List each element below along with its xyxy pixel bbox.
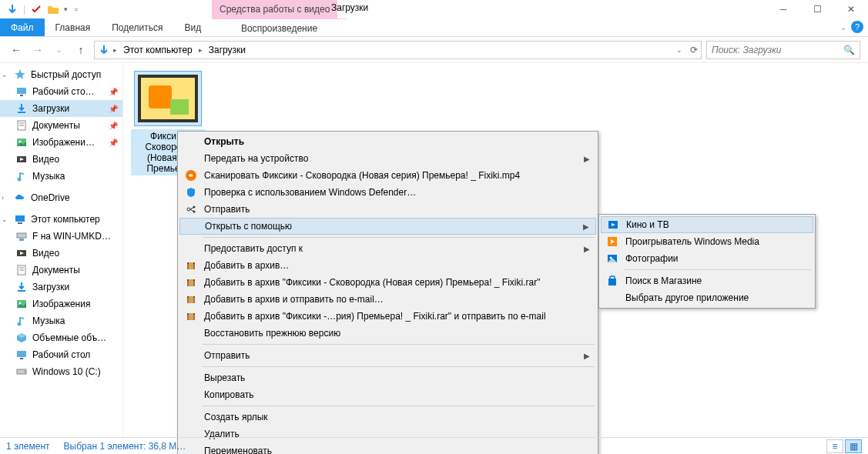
downloads-icon: [15, 281, 28, 293]
nav-item[interactable]: Видео: [0, 245, 122, 262]
file-thumbnail[interactable]: [134, 71, 202, 126]
chevron-right-icon[interactable]: ▸: [197, 46, 204, 54]
blank-icon: [183, 410, 199, 424]
view-details-button[interactable]: ≡: [826, 439, 843, 453]
ribbon-tab-playback[interactable]: Воспроизведение: [212, 18, 347, 37]
breadcrumb[interactable]: ▸ Этот компьютер ▸ Загрузки ⌄ ⟳: [94, 41, 702, 59]
nav-up-button[interactable]: ↑: [72, 42, 89, 58]
nav-item[interactable]: Музыка: [0, 312, 122, 329]
chevron-right-icon[interactable]: ▸: [112, 46, 119, 54]
nav-item[interactable]: Изображения: [0, 295, 122, 312]
nav-onedrive[interactable]: › OneDrive: [0, 189, 122, 206]
qat-check-icon[interactable]: [30, 3, 42, 15]
menu-item[interactable]: Предоставить доступ к▶: [179, 240, 596, 257]
blank-icon: [183, 349, 199, 362]
qat-dropdown-icon[interactable]: ▾: [64, 5, 68, 13]
menu-item[interactable]: Поиск в Магазине: [601, 272, 813, 289]
breadcrumb-dropdown-icon[interactable]: ⌄: [676, 46, 682, 54]
search-input[interactable]: [712, 45, 835, 55]
nav-item[interactable]: Загрузки📌: [0, 100, 122, 117]
close-button[interactable]: ✕: [834, 0, 868, 18]
address-bar: ← → ⌄ ↑ ▸ Этот компьютер ▸ Загрузки ⌄ ⟳ …: [0, 37, 868, 63]
nav-forward-button[interactable]: →: [29, 42, 46, 58]
help-icon[interactable]: ?: [851, 21, 863, 33]
ribbon-tab-view[interactable]: Вид: [173, 18, 212, 36]
nav-quick-access[interactable]: ⌄ Быстрый доступ: [0, 66, 122, 83]
nav-item[interactable]: Загрузки: [0, 279, 122, 295]
minimize-button[interactable]: ─: [766, 0, 800, 18]
nav-item[interactable]: Рабочий стол: [0, 346, 122, 363]
pictures-icon: [15, 298, 28, 310]
ribbon-tab-share[interactable]: Поделиться: [101, 18, 173, 36]
nav-item[interactable]: Документы: [0, 262, 122, 279]
nav-item[interactable]: Видео: [0, 151, 122, 168]
qat-overflow[interactable]: =: [74, 5, 78, 13]
menu-item[interactable]: Открыть: [179, 133, 596, 150]
context-submenu-open-with: Кино и ТВПроигрыватель Windows MediaФото…: [598, 214, 816, 309]
menu-item[interactable]: Вырезать: [179, 369, 596, 386]
netdrive-icon: [15, 230, 28, 242]
blank-icon: [183, 152, 199, 165]
blank-icon: [183, 326, 199, 340]
nav-item[interactable]: F на WIN-UMKD…: [0, 228, 122, 245]
ribbon-file-tab[interactable]: Файл: [0, 18, 45, 36]
refresh-icon[interactable]: ⟳: [690, 45, 698, 55]
pin-icon: 📌: [109, 139, 118, 147]
menu-item[interactable]: Добавить в архив…: [179, 257, 596, 274]
menu-item[interactable]: Открыть с помощью▶: [179, 218, 596, 235]
menu-item[interactable]: Добавить в архив "Фиксики - Сковородка (…: [179, 274, 596, 291]
menu-item[interactable]: Отправить▶: [179, 347, 596, 364]
chevron-down-icon[interactable]: ⌄: [2, 71, 9, 78]
blank-icon: [183, 388, 199, 402]
store-icon: [604, 274, 621, 288]
ribbon-tab-home[interactable]: Главная: [45, 18, 102, 36]
avast-icon: [183, 169, 199, 182]
qat-folder-icon[interactable]: [47, 3, 59, 15]
breadcrumb-segment[interactable]: Загрузки: [206, 45, 249, 55]
ribbon: Файл Главная Поделиться Вид Воспроизведе…: [0, 18, 868, 37]
breadcrumb-segment[interactable]: Этот компьютер: [120, 45, 196, 55]
window-title: Загрузки: [331, 2, 368, 13]
nav-item[interactable]: Изображени…📌: [0, 134, 122, 151]
nav-item[interactable]: Объемные объ…: [0, 329, 122, 346]
winrar-icon: [183, 292, 199, 306]
view-large-icons-button[interactable]: ▦: [845, 439, 862, 453]
nav-back-button[interactable]: ←: [8, 42, 25, 58]
search-box[interactable]: 🔍: [706, 41, 860, 59]
menu-item[interactable]: Копировать: [179, 386, 596, 403]
menu-item[interactable]: Передать на устройство▶: [179, 150, 596, 167]
menu-item[interactable]: Отправить: [179, 201, 596, 218]
menu-item[interactable]: Проверка с использованием Windows Defend…: [179, 184, 596, 201]
menu-item[interactable]: Фотографии: [601, 250, 813, 267]
menu-item[interactable]: Проигрыватель Windows Media: [601, 233, 813, 250]
objects3d-icon: [15, 332, 28, 344]
status-bar: 1 элемент Выбран 1 элемент: 36,8 М… ≡ ▦: [0, 437, 868, 454]
chevron-down-icon[interactable]: ⌄: [2, 215, 9, 223]
submenu-arrow-icon: ▶: [584, 245, 590, 253]
quick-access-toolbar: | ▾ =: [0, 3, 78, 15]
menu-item[interactable]: Создать ярлык: [179, 409, 596, 426]
menu-item[interactable]: Выбрать другое приложение: [601, 289, 813, 306]
menu-item[interactable]: Восстановить прежнюю версию: [179, 325, 596, 342]
blank-icon: [183, 135, 199, 149]
nav-item[interactable]: Рабочий сто…📌: [0, 83, 122, 100]
nav-item[interactable]: Windows 10 (C:): [0, 363, 122, 380]
nav-this-pc[interactable]: ⌄ Этот компьютер: [0, 211, 122, 228]
menu-item[interactable]: Добавить в архив и отправить по e-mail…: [179, 291, 596, 308]
defender-icon: [183, 185, 199, 199]
pictures-icon: [15, 136, 28, 149]
blank-icon: [183, 219, 200, 233]
menu-item[interactable]: Сканировать Фиксики - Сковородка (Новая …: [179, 167, 596, 184]
photos-icon: [604, 252, 621, 265]
nav-item[interactable]: Документы📌: [0, 117, 122, 134]
search-icon[interactable]: 🔍: [843, 45, 855, 55]
nav-recent-dropdown[interactable]: ⌄: [51, 42, 68, 58]
submenu-arrow-icon: ▶: [584, 155, 590, 163]
nav-item[interactable]: Музыка: [0, 168, 122, 185]
ribbon-collapse-icon[interactable]: ⌄: [840, 23, 846, 32]
chevron-right-icon[interactable]: ›: [2, 194, 9, 202]
menu-item[interactable]: Кино и ТВ: [601, 216, 813, 233]
menu-item[interactable]: Добавить в архив "Фиксики -…рия) Премьер…: [179, 308, 596, 325]
breadcrumb-folder-icon: [98, 44, 110, 56]
maximize-button[interactable]: ☐: [800, 0, 834, 18]
